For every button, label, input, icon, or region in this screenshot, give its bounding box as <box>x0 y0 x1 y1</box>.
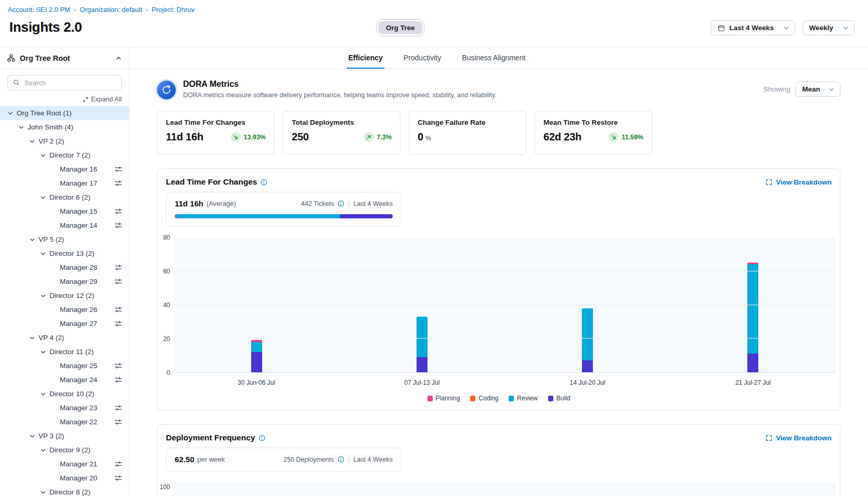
tree-item-vp-3-2[interactable]: VP 3 (2) <box>0 429 129 443</box>
bar-segment-review <box>747 264 758 354</box>
sliders-icon[interactable] <box>114 278 122 285</box>
tree-item-label: Director 11 (2) <box>49 348 94 356</box>
tab-productivity[interactable]: Productivity <box>402 47 443 69</box>
section-title: DORA Metrics <box>183 80 497 89</box>
tree-item-manager-14[interactable]: Manager 14 <box>0 218 129 232</box>
trend-down-icon <box>233 135 238 140</box>
sliders-icon[interactable] <box>114 207 122 215</box>
tree-item-manager-15[interactable]: Manager 15 <box>0 204 129 218</box>
legend-item-planning[interactable]: Planning <box>427 395 460 402</box>
sliders-icon[interactable] <box>114 376 122 384</box>
tree-item-vp-5-2[interactable]: VP 5 (2) <box>0 232 129 246</box>
sliders-icon[interactable] <box>114 404 122 412</box>
legend-label: Planning <box>436 395 460 402</box>
stacked-bar-30-jun-06-jul[interactable] <box>251 340 262 372</box>
trend-down-icon <box>611 135 616 140</box>
sliders-icon[interactable] <box>114 221 122 229</box>
legend-item-build[interactable]: Build <box>548 395 571 402</box>
sliders-icon[interactable] <box>114 179 122 187</box>
stacked-bar-07-jul-13-jul[interactable] <box>417 317 427 372</box>
tree-item-manager-29[interactable]: Manager 29 <box>0 275 129 289</box>
date-range-value: Last 4 Weeks <box>729 24 773 32</box>
sliders-icon[interactable] <box>114 165 122 173</box>
info-icon[interactable] <box>338 456 344 463</box>
tree-item-director-10-2[interactable]: Director 10 (2) <box>0 387 129 401</box>
legend-item-coding[interactable]: Coding <box>470 395 498 402</box>
sliders-icon[interactable] <box>114 264 122 271</box>
tree-item-manager-16[interactable]: Manager 16 <box>0 162 129 176</box>
info-icon[interactable] <box>338 200 344 207</box>
view-breakdown-button[interactable]: View Breakdown <box>766 434 832 442</box>
tree-item-manager-25[interactable]: Manager 25 <box>0 359 129 373</box>
view-breakdown-button[interactable]: View Breakdown <box>766 178 832 186</box>
tree-item-manager-20[interactable]: Manager 20 <box>0 471 129 485</box>
metric-unit: % <box>425 135 431 142</box>
stage-progress-bar <box>175 214 393 218</box>
tree-item-org-tree-root-1[interactable]: Org Tree Root (1) <box>0 106 129 120</box>
tree-item-label: Director 10 (2) <box>49 390 94 398</box>
tab-efficiency[interactable]: Efficiency <box>347 47 384 69</box>
stacked-bar-21-jul-27-jul[interactable] <box>747 263 758 372</box>
x-axis-tick-label: 21 Jul-27 Jul <box>670 379 836 386</box>
breadcrumb-link[interactable]: Project: Dhruv <box>152 6 195 14</box>
org-tree-button[interactable]: Org Tree <box>379 21 422 34</box>
sliders-icon[interactable] <box>114 418 122 426</box>
chevron-down-icon <box>29 433 35 439</box>
chevron-down-icon <box>843 25 849 31</box>
tree-item-manager-17[interactable]: Manager 17 <box>0 176 129 190</box>
search-input[interactable] <box>7 75 122 90</box>
summary-value: 62.50 <box>175 455 195 464</box>
sliders-icon[interactable] <box>114 320 122 328</box>
sliders-icon[interactable] <box>114 362 122 370</box>
tree-item-vp-4-2[interactable]: VP 4 (2) <box>0 331 129 345</box>
tree-item-director-8-2[interactable]: Director 8 (2) <box>0 485 129 496</box>
tree-item-label: Org Tree Root (1) <box>17 109 72 117</box>
trend-badge: 7.3% <box>364 132 392 142</box>
expand-all-button[interactable]: Expand All <box>83 96 122 103</box>
info-icon[interactable] <box>258 435 265 441</box>
tree-item-director-12-2[interactable]: Director 12 (2) <box>0 289 129 303</box>
tree-item-manager-27[interactable]: Manager 27 <box>0 317 129 331</box>
dora-badge <box>157 81 176 99</box>
tree-item-john-smith-4[interactable]: John Smith (4) <box>0 120 129 134</box>
tree-item-director-13-2[interactable]: Director 13 (2) <box>0 246 129 260</box>
metric-card-lead-time-for-changes: Lead Time For Changes11d 16h13.93% <box>157 111 275 155</box>
granularity-select[interactable]: Weekly <box>802 20 854 35</box>
tree-item-director-9-2[interactable]: Director 9 (2) <box>0 443 129 457</box>
view-breakdown-label: View Breakdown <box>776 178 832 186</box>
tree-item-manager-26[interactable]: Manager 26 <box>0 303 129 317</box>
tree-item-director-7-2[interactable]: Director 7 (2) <box>0 148 129 162</box>
tree-item-vp-2-2[interactable]: VP 2 (2) <box>0 134 129 148</box>
page-title: Insights 2.0 <box>9 19 82 35</box>
deployment-summary-chip: 62.50 per week 250 Deployments | Last 4 … <box>166 448 401 472</box>
tab-business-alignment[interactable]: Business Alignment <box>460 47 527 69</box>
stacked-bar-14-jul-20-jul[interactable] <box>582 308 593 373</box>
legend-swatch <box>509 396 514 401</box>
main-area: EfficiencyProductivityBusiness Alignment… <box>129 47 868 496</box>
tree-item-director-6-2[interactable]: Director 6 (2) <box>0 190 129 204</box>
expand-all-label: Expand All <box>91 96 122 103</box>
expand-icon <box>766 435 772 441</box>
tree-item-manager-21[interactable]: Manager 21 <box>0 457 129 471</box>
org-tree-button-wrap[interactable]: Org Tree <box>377 19 424 36</box>
date-range-select[interactable]: Last 4 Weeks <box>711 20 795 35</box>
tree-item-manager-23[interactable]: Manager 23 <box>0 401 129 415</box>
sliders-icon[interactable] <box>114 306 122 314</box>
tree-item-label: Manager 25 <box>60 362 97 370</box>
breadcrumb-link[interactable]: Account: SEI 2.0 PM <box>8 6 70 14</box>
sidebar-collapse-button[interactable] <box>115 55 122 61</box>
sliders-icon[interactable] <box>114 474 122 482</box>
tree-item-manager-24[interactable]: Manager 24 <box>0 373 129 387</box>
showing-select[interactable]: Mean <box>795 82 840 97</box>
info-icon[interactable] <box>261 179 267 186</box>
tree-item-label: VP 5 (2) <box>38 236 64 243</box>
tree-item-manager-28[interactable]: Manager 28 <box>0 260 129 275</box>
y-axis: 020406080 <box>158 238 174 373</box>
tree-item-label: Director 6 (2) <box>49 193 90 201</box>
summary-suffix: (Average) <box>206 200 236 207</box>
sliders-icon[interactable] <box>114 460 122 468</box>
tree-item-manager-22[interactable]: Manager 22 <box>0 415 129 429</box>
tree-item-director-11-2[interactable]: Director 11 (2) <box>0 345 129 359</box>
legend-item-review[interactable]: Review <box>509 395 537 402</box>
breadcrumb-link[interactable]: Organization: default <box>80 6 142 14</box>
